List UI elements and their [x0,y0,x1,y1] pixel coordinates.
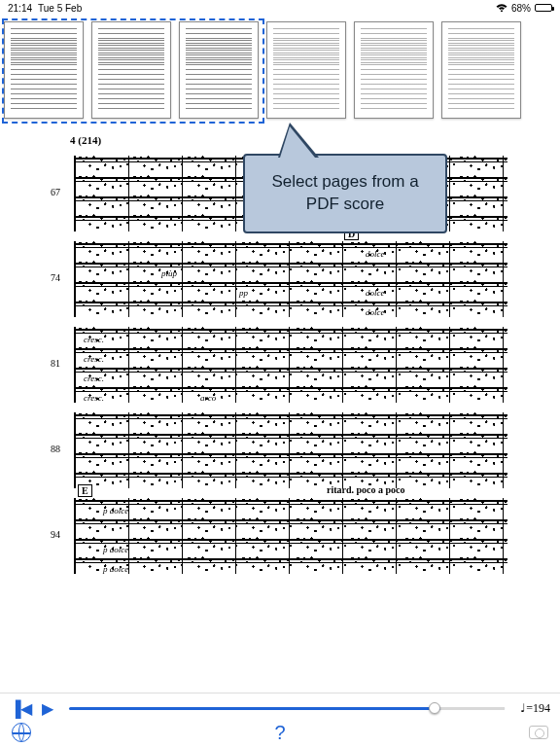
slider-thumb[interactable] [429,702,440,714]
score-system: 81 cresc. cresc. cresc. cresc. arco [74,327,508,403]
page-thumbnail[interactable] [441,21,521,119]
tempo-directive: ritard. poco a poco [327,484,405,495]
status-date: Tue 5 Feb [38,3,82,14]
status-time: 21:14 [8,3,32,14]
score-system: 94 E ritard. poco a poco p dolce p dolce… [74,498,508,574]
play-button[interactable]: ▶ [42,699,53,718]
measure-number: 67 [51,187,60,197]
battery-icon [535,4,552,12]
page-thumbnail-strip[interactable] [0,16,560,123]
page-thumbnail[interactable] [354,21,434,119]
page-thumbnail[interactable] [91,21,171,119]
bottom-toolbar: ▐◀ ▶ ♩=194 ? [0,693,560,747]
score-system: 74 D dolce piùp pp dolce dolce [74,241,508,317]
hint-callout: Select pages from a PDF score [243,154,447,233]
page-thumbnail[interactable] [179,21,259,119]
status-bar: 21:14 Tue 5 Feb 68% [0,0,560,16]
tempo-indicator[interactable]: ♩=194 [520,701,550,716]
measure-number: 88 [51,444,60,454]
camera-icon[interactable] [529,726,548,739]
help-button[interactable]: ? [274,722,285,744]
skip-start-button[interactable]: ▐◀ [10,699,32,718]
measure-number: 74 [51,272,60,283]
wifi-icon [496,3,508,14]
rehearsal-mark: E [78,484,92,497]
hint-text: Select pages from a PDF score [271,172,418,213]
playback-slider[interactable] [69,707,505,710]
score-system: 88 [74,412,508,488]
page-thumbnail[interactable] [266,21,346,119]
measure-number: 81 [51,358,60,369]
page-thumbnail[interactable] [4,21,84,119]
globe-icon[interactable] [12,723,31,742]
measure-number: 94 [51,529,60,540]
battery-percent: 68% [511,3,531,14]
